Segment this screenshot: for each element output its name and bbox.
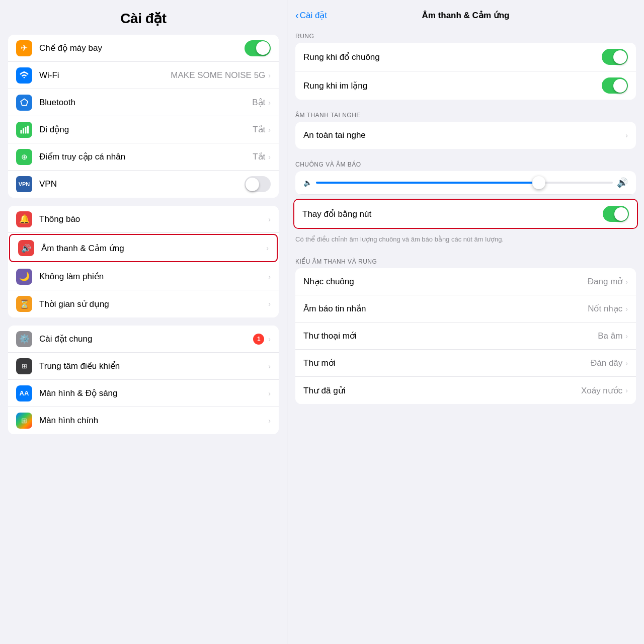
sent-mail-label: Thư đã gửi: [303, 385, 581, 396]
volume-slider-track[interactable]: [316, 182, 613, 184]
new-mail-chevron: ›: [625, 359, 628, 367]
silent-vibrate-item[interactable]: Rung khi im lặng: [295, 71, 636, 100]
bluetooth-label: Bluetooth: [39, 98, 252, 108]
airplane-label: Chế độ máy bay: [39, 43, 245, 53]
display-item[interactable]: AA Màn hình & Độ sáng ›: [8, 380, 279, 407]
back-button[interactable]: ‹ Cài đặt: [295, 10, 327, 21]
bluetooth-icon: ⬠: [16, 95, 32, 111]
general-item[interactable]: ⚙️ Cài đặt chung 1 ›: [8, 326, 279, 353]
left-header: Cài đặt: [0, 0, 287, 31]
cellular-label: Di động: [39, 124, 253, 135]
display-chevron: ›: [268, 389, 271, 397]
wifi-chevron: ›: [268, 71, 271, 79]
notifications-icon: 🔔: [16, 211, 32, 227]
back-label: Cài đặt: [300, 10, 327, 21]
volume-slider-thumb[interactable]: [532, 176, 545, 189]
wifi-value: MAKE SOME NOISE 5G: [171, 70, 265, 80]
controlcenter-icon: ⊞: [16, 358, 32, 374]
change-by-button-toggle[interactable]: [603, 206, 629, 222]
screentime-label: Thời gian sử dụng: [39, 299, 267, 309]
change-by-button-item[interactable]: Thay đổi bằng nút: [294, 200, 637, 228]
volume-slider-container: 🔈 🔊: [295, 171, 636, 195]
controlcenter-item[interactable]: ⊞ Trung tâm điều khiển ›: [8, 353, 279, 380]
svg-rect-1: [23, 128, 24, 134]
text-tone-chevron: ›: [625, 305, 628, 313]
new-mail-item[interactable]: Thư mới Đàn dây ›: [295, 350, 636, 377]
settings-group-3: ⚙️ Cài đặt chung 1 › ⊞ Trung tâm điều kh…: [8, 326, 279, 434]
ring-vibrate-toggle[interactable]: [602, 49, 628, 65]
left-panel: Cài đặt ✈ Chế độ máy bay Wi-Fi MAKE SOME…: [0, 0, 287, 644]
back-chevron-icon: ‹: [295, 10, 299, 21]
bluetooth-chevron: ›: [268, 99, 271, 107]
cellular-value: Tắt: [253, 124, 265, 135]
ring-vibrate-label: Rung khi đổ chuông: [303, 52, 602, 62]
airplane-mode-item[interactable]: ✈ Chế độ máy bay: [8, 35, 279, 62]
volume-slider-fill: [316, 182, 539, 184]
cellular-chevron: ›: [268, 126, 271, 134]
donotdisturb-chevron: ›: [268, 273, 271, 281]
right-panel: ‹ Cài đặt Âm thanh & Cảm ứng RUNG Rung k…: [287, 0, 644, 644]
controlcenter-chevron: ›: [268, 362, 271, 370]
right-header: ‹ Cài đặt Âm thanh & Cảm ứng: [287, 0, 644, 25]
general-icon: ⚙️: [16, 331, 32, 347]
bluetooth-item[interactable]: ⬠ Bluetooth Bật ›: [8, 89, 279, 116]
hotspot-chevron: ›: [268, 153, 271, 161]
vpn-icon: VPN: [16, 176, 32, 192]
vpn-item[interactable]: VPN VPN: [8, 171, 279, 198]
display-icon: AA: [16, 385, 32, 401]
sent-mail-item[interactable]: Thư đã gửi Xoáy nước ›: [295, 377, 636, 404]
display-label: Màn hình & Độ sáng: [39, 388, 267, 398]
ringtone-label: Nhạc chuông: [303, 276, 588, 287]
section-sound-types-header: KIỂU ÂM THANH VÀ RUNG: [287, 250, 644, 268]
svg-rect-0: [21, 130, 22, 134]
homescreen-item[interactable]: ⊞ Màn hình chính ›: [8, 407, 279, 434]
settings-group-2: 🔔 Thông báo › 🔊 Âm thanh & Cảm ứng › 🌙 K…: [8, 206, 279, 317]
screentime-icon: ⏳: [16, 296, 32, 312]
screentime-item[interactable]: ⏳ Thời gian sử dụng ›: [8, 290, 279, 317]
change-by-button-highlighted: Thay đổi bằng nút: [293, 199, 638, 229]
airplane-toggle[interactable]: [245, 40, 271, 56]
text-tone-value: Nốt nhạc: [588, 303, 622, 314]
svg-rect-2: [25, 127, 27, 134]
change-by-button-description: Có thể điều chỉnh âm lượng chuông và âm …: [287, 233, 644, 250]
homescreen-label: Màn hình chính: [39, 416, 267, 426]
section-earphone-header: ÂM THANH TAI NGHE: [287, 104, 644, 122]
ringtone-chevron: ›: [625, 278, 628, 286]
hotspot-item[interactable]: ⊕ Điểm truy cập cá nhân Tắt ›: [8, 143, 279, 171]
new-mail-label: Thư mới: [303, 358, 591, 368]
wifi-item[interactable]: Wi-Fi MAKE SOME NOISE 5G ›: [8, 62, 279, 89]
new-voicemail-item[interactable]: Thư thoại mới Ba âm ›: [295, 323, 636, 350]
section-ringtone-vol-header: CHUÔNG VÀ ÂM BÁO: [287, 153, 644, 171]
hotspot-icon: ⊕: [16, 149, 32, 165]
cellular-icon: [16, 122, 32, 138]
sent-mail-chevron: ›: [625, 386, 628, 394]
left-title: Cài đặt: [120, 11, 166, 26]
text-tone-label: Âm báo tin nhắn: [303, 303, 588, 314]
text-tone-item[interactable]: Âm báo tin nhắn Nốt nhạc ›: [295, 295, 636, 323]
new-voicemail-chevron: ›: [625, 332, 628, 340]
donotdisturb-item[interactable]: 🌙 Không làm phiền ›: [8, 263, 279, 290]
wifi-label: Wi-Fi: [39, 70, 171, 80]
sounds-label: Âm thanh & Cảm ứng: [41, 243, 265, 254]
ringtone-item[interactable]: Nhạc chuông Đang mở ›: [295, 268, 636, 295]
ringtone-value: Đang mở: [588, 276, 623, 287]
homescreen-chevron: ›: [268, 417, 271, 425]
sounds-item[interactable]: 🔊 Âm thanh & Cảm ứng ›: [9, 234, 278, 262]
silent-vibrate-toggle[interactable]: [602, 77, 628, 94]
new-mail-value: Đàn dây: [591, 358, 622, 368]
hearing-safety-item[interactable]: An toàn tai nghe ›: [295, 122, 636, 149]
notifications-label: Thông báo: [39, 214, 267, 224]
volume-high-icon: 🔊: [617, 177, 628, 188]
sent-mail-value: Xoáy nước: [581, 385, 622, 396]
ring-vibrate-item[interactable]: Rung khi đổ chuông: [295, 43, 636, 71]
airplane-toggle-thumb: [256, 41, 270, 55]
notifications-item[interactable]: 🔔 Thông báo ›: [8, 206, 279, 233]
hearing-safety-label: An toàn tai nghe: [303, 130, 624, 140]
vpn-toggle[interactable]: [245, 176, 271, 192]
right-title: Âm thanh & Cảm ứng: [422, 10, 510, 21]
bluetooth-value: Bật: [252, 97, 265, 108]
general-chevron: ›: [268, 335, 271, 343]
vpn-toggle-thumb: [246, 178, 259, 191]
general-label: Cài đặt chung: [39, 334, 253, 344]
cellular-item[interactable]: Di động Tắt ›: [8, 116, 279, 143]
